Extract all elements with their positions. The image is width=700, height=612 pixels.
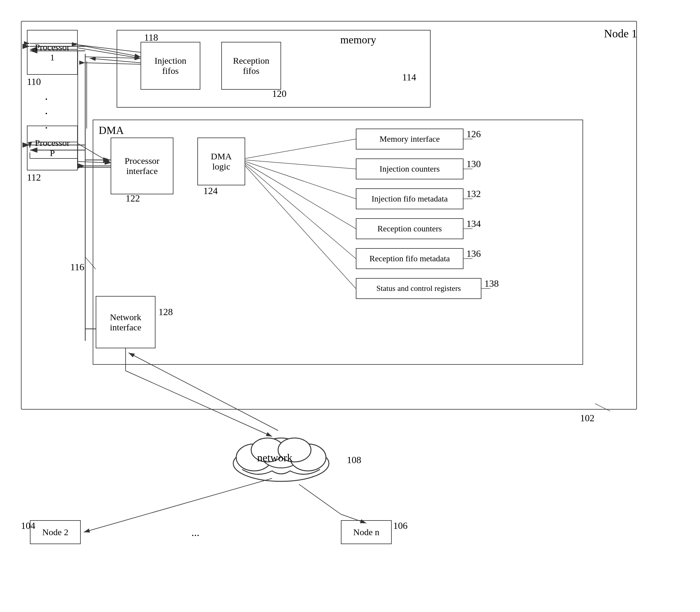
memory-interface-label: Memory interface [380, 134, 440, 144]
reception-fifos-ref: 120 [272, 88, 287, 99]
injection-fifo-meta-ref: 132 [466, 189, 481, 199]
reception-counters-ref: 134 [466, 218, 481, 229]
processorp-ref: 112 [27, 172, 41, 183]
svg-line-51 [299, 484, 341, 514]
status-control-ref: 138 [484, 278, 499, 289]
reception-fifo-meta-ref: 136 [466, 248, 481, 259]
memory-interface-ref: 126 [466, 128, 481, 140]
network-ref: 108 [347, 455, 361, 465]
injection-counters-label: Injection counters [380, 164, 440, 174]
injection-fifos-ref: 118 [144, 32, 158, 43]
reception-counters-label: Reception counters [378, 224, 442, 234]
proc-interface-ref: 122 [126, 193, 140, 204]
network-cloud-label: network [257, 451, 292, 464]
processorp-box: Processor P [27, 126, 78, 170]
node2-ref: 104 [21, 520, 35, 531]
reception-counters-box: Reception counters [356, 218, 464, 239]
bus-ref: 116 [70, 262, 84, 273]
noden-ref: 106 [393, 520, 408, 531]
dma-logic-ref: 124 [203, 185, 218, 196]
processor1-ref: 110 [27, 76, 41, 87]
node2-label: Node 2 [42, 527, 68, 537]
reception-fifo-meta-box: Reception fifo metadata [356, 248, 464, 269]
node1-label: Node 1 [604, 27, 637, 40]
injection-counters-box: Injection counters [356, 158, 464, 179]
injection-fifos-box: Injection fifos [140, 42, 200, 90]
processor-interface-box: Processor interface [111, 138, 174, 194]
processor-interface-label: Processor interface [125, 156, 160, 176]
memory-ref: 114 [402, 72, 416, 83]
processorp-label: Processor P [35, 138, 70, 158]
memory-label: memory [340, 33, 376, 46]
reception-fifos-box: Reception fifos [221, 42, 281, 90]
status-control-box: Status and control registers [356, 278, 481, 299]
node2-box: Node 2 [30, 520, 81, 544]
reception-fifos-label: Reception fifos [233, 56, 270, 76]
ref-102: 102 [580, 413, 594, 423]
network-interface-ref: 128 [159, 306, 173, 318]
injection-fifo-meta-box: Injection fifo metadata [356, 189, 464, 209]
svg-line-50 [84, 520, 126, 532]
injection-counters-ref: 130 [466, 158, 481, 169]
dots-bottom: ... [191, 526, 200, 539]
network-interface-label: Network interface [110, 312, 141, 332]
noden-label: Node n [353, 527, 379, 537]
reception-fifo-meta-label: Reception fifo metadata [370, 254, 450, 263]
processor1-box: Processor 1 [27, 30, 78, 75]
noden-box: Node n [341, 520, 392, 544]
network-interface-box: Network interface [96, 296, 155, 348]
injection-fifos-label: Injection fifos [155, 56, 187, 76]
processor1-label: Processor 1 [35, 42, 70, 62]
memory-interface-box: Memory interface [356, 128, 464, 150]
injection-fifo-meta-label: Injection fifo metadata [372, 194, 448, 204]
dma-label: DMA [99, 124, 124, 137]
status-control-label: Status and control registers [376, 284, 461, 293]
dma-logic-label: DMA logic [211, 151, 232, 171]
dma-logic-box: DMA logic [197, 138, 245, 185]
